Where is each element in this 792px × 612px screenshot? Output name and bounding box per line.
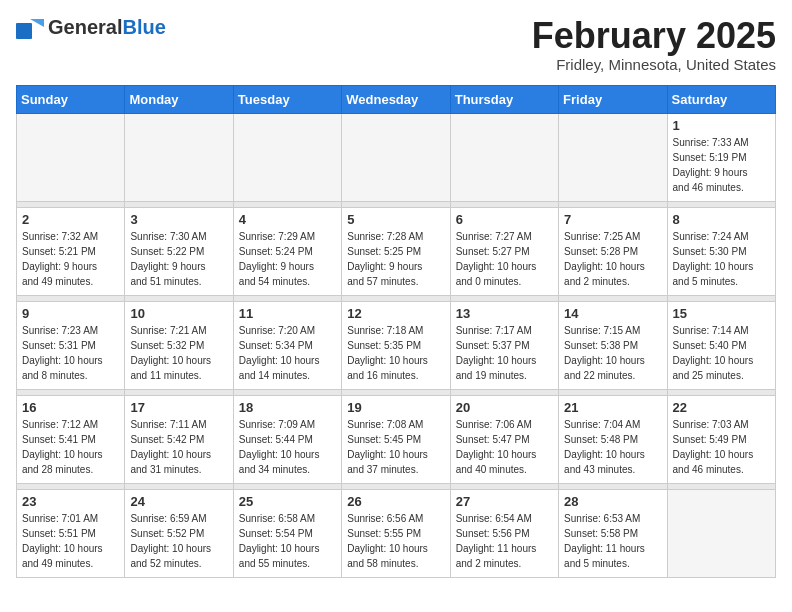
calendar-week-row: 2Sunrise: 7:32 AM Sunset: 5:21 PM Daylig… bbox=[17, 207, 776, 295]
calendar-day bbox=[342, 113, 450, 201]
day-info: Sunrise: 7:09 AM Sunset: 5:44 PM Dayligh… bbox=[239, 417, 336, 477]
calendar-header-row: Sunday Monday Tuesday Wednesday Thursday… bbox=[17, 85, 776, 113]
day-number: 1 bbox=[673, 118, 770, 133]
day-info: Sunrise: 7:12 AM Sunset: 5:41 PM Dayligh… bbox=[22, 417, 119, 477]
page-header: GeneralBlue February 2025 Fridley, Minne… bbox=[16, 16, 776, 73]
calendar-day: 15Sunrise: 7:14 AM Sunset: 5:40 PM Dayli… bbox=[667, 301, 775, 389]
calendar-day: 11Sunrise: 7:20 AM Sunset: 5:34 PM Dayli… bbox=[233, 301, 341, 389]
day-info: Sunrise: 7:25 AM Sunset: 5:28 PM Dayligh… bbox=[564, 229, 661, 289]
calendar-day bbox=[450, 113, 558, 201]
day-info: Sunrise: 7:20 AM Sunset: 5:34 PM Dayligh… bbox=[239, 323, 336, 383]
calendar-day: 21Sunrise: 7:04 AM Sunset: 5:48 PM Dayli… bbox=[559, 395, 667, 483]
day-info: Sunrise: 7:28 AM Sunset: 5:25 PM Dayligh… bbox=[347, 229, 444, 289]
calendar-day: 27Sunrise: 6:54 AM Sunset: 5:56 PM Dayli… bbox=[450, 489, 558, 577]
day-info: Sunrise: 7:32 AM Sunset: 5:21 PM Dayligh… bbox=[22, 229, 119, 289]
day-number: 2 bbox=[22, 212, 119, 227]
calendar-day bbox=[559, 113, 667, 201]
location: Fridley, Minnesota, United States bbox=[532, 56, 776, 73]
calendar-day: 17Sunrise: 7:11 AM Sunset: 5:42 PM Dayli… bbox=[125, 395, 233, 483]
day-number: 24 bbox=[130, 494, 227, 509]
day-number: 7 bbox=[564, 212, 661, 227]
calendar: Sunday Monday Tuesday Wednesday Thursday… bbox=[16, 85, 776, 578]
day-number: 3 bbox=[130, 212, 227, 227]
day-info: Sunrise: 7:04 AM Sunset: 5:48 PM Dayligh… bbox=[564, 417, 661, 477]
calendar-week-row: 16Sunrise: 7:12 AM Sunset: 5:41 PM Dayli… bbox=[17, 395, 776, 483]
day-info: Sunrise: 7:17 AM Sunset: 5:37 PM Dayligh… bbox=[456, 323, 553, 383]
calendar-day: 20Sunrise: 7:06 AM Sunset: 5:47 PM Dayli… bbox=[450, 395, 558, 483]
day-number: 20 bbox=[456, 400, 553, 415]
day-info: Sunrise: 6:54 AM Sunset: 5:56 PM Dayligh… bbox=[456, 511, 553, 571]
calendar-day: 12Sunrise: 7:18 AM Sunset: 5:35 PM Dayli… bbox=[342, 301, 450, 389]
day-number: 22 bbox=[673, 400, 770, 415]
day-info: Sunrise: 6:53 AM Sunset: 5:58 PM Dayligh… bbox=[564, 511, 661, 571]
calendar-week-row: 9Sunrise: 7:23 AM Sunset: 5:31 PM Daylig… bbox=[17, 301, 776, 389]
day-info: Sunrise: 7:14 AM Sunset: 5:40 PM Dayligh… bbox=[673, 323, 770, 383]
day-number: 13 bbox=[456, 306, 553, 321]
svg-marker-1 bbox=[30, 19, 44, 27]
day-number: 19 bbox=[347, 400, 444, 415]
col-saturday: Saturday bbox=[667, 85, 775, 113]
calendar-day: 1Sunrise: 7:33 AM Sunset: 5:19 PM Daylig… bbox=[667, 113, 775, 201]
logo-general: General bbox=[48, 16, 122, 38]
day-info: Sunrise: 7:03 AM Sunset: 5:49 PM Dayligh… bbox=[673, 417, 770, 477]
col-monday: Monday bbox=[125, 85, 233, 113]
logo-blue: Blue bbox=[122, 16, 165, 38]
calendar-day: 7Sunrise: 7:25 AM Sunset: 5:28 PM Daylig… bbox=[559, 207, 667, 295]
day-info: Sunrise: 7:18 AM Sunset: 5:35 PM Dayligh… bbox=[347, 323, 444, 383]
day-info: Sunrise: 7:11 AM Sunset: 5:42 PM Dayligh… bbox=[130, 417, 227, 477]
day-info: Sunrise: 7:27 AM Sunset: 5:27 PM Dayligh… bbox=[456, 229, 553, 289]
calendar-day bbox=[125, 113, 233, 201]
svg-rect-0 bbox=[16, 23, 32, 39]
day-number: 15 bbox=[673, 306, 770, 321]
calendar-day: 5Sunrise: 7:28 AM Sunset: 5:25 PM Daylig… bbox=[342, 207, 450, 295]
day-number: 6 bbox=[456, 212, 553, 227]
day-info: Sunrise: 7:08 AM Sunset: 5:45 PM Dayligh… bbox=[347, 417, 444, 477]
day-number: 18 bbox=[239, 400, 336, 415]
day-info: Sunrise: 7:06 AM Sunset: 5:47 PM Dayligh… bbox=[456, 417, 553, 477]
logo-icon bbox=[16, 17, 44, 39]
day-number: 8 bbox=[673, 212, 770, 227]
calendar-day: 6Sunrise: 7:27 AM Sunset: 5:27 PM Daylig… bbox=[450, 207, 558, 295]
calendar-week-row: 1Sunrise: 7:33 AM Sunset: 5:19 PM Daylig… bbox=[17, 113, 776, 201]
day-info: Sunrise: 7:01 AM Sunset: 5:51 PM Dayligh… bbox=[22, 511, 119, 571]
col-thursday: Thursday bbox=[450, 85, 558, 113]
calendar-day: 26Sunrise: 6:56 AM Sunset: 5:55 PM Dayli… bbox=[342, 489, 450, 577]
calendar-day: 13Sunrise: 7:17 AM Sunset: 5:37 PM Dayli… bbox=[450, 301, 558, 389]
day-number: 21 bbox=[564, 400, 661, 415]
calendar-day: 9Sunrise: 7:23 AM Sunset: 5:31 PM Daylig… bbox=[17, 301, 125, 389]
calendar-day: 23Sunrise: 7:01 AM Sunset: 5:51 PM Dayli… bbox=[17, 489, 125, 577]
day-number: 4 bbox=[239, 212, 336, 227]
col-sunday: Sunday bbox=[17, 85, 125, 113]
calendar-week-row: 23Sunrise: 7:01 AM Sunset: 5:51 PM Dayli… bbox=[17, 489, 776, 577]
day-info: Sunrise: 7:29 AM Sunset: 5:24 PM Dayligh… bbox=[239, 229, 336, 289]
calendar-day: 8Sunrise: 7:24 AM Sunset: 5:30 PM Daylig… bbox=[667, 207, 775, 295]
calendar-day: 10Sunrise: 7:21 AM Sunset: 5:32 PM Dayli… bbox=[125, 301, 233, 389]
col-tuesday: Tuesday bbox=[233, 85, 341, 113]
day-info: Sunrise: 7:23 AM Sunset: 5:31 PM Dayligh… bbox=[22, 323, 119, 383]
calendar-day: 14Sunrise: 7:15 AM Sunset: 5:38 PM Dayli… bbox=[559, 301, 667, 389]
calendar-day: 19Sunrise: 7:08 AM Sunset: 5:45 PM Dayli… bbox=[342, 395, 450, 483]
title-block: February 2025 Fridley, Minnesota, United… bbox=[532, 16, 776, 73]
day-number: 27 bbox=[456, 494, 553, 509]
calendar-day: 24Sunrise: 6:59 AM Sunset: 5:52 PM Dayli… bbox=[125, 489, 233, 577]
day-info: Sunrise: 7:21 AM Sunset: 5:32 PM Dayligh… bbox=[130, 323, 227, 383]
day-number: 9 bbox=[22, 306, 119, 321]
day-number: 23 bbox=[22, 494, 119, 509]
day-number: 28 bbox=[564, 494, 661, 509]
day-info: Sunrise: 6:56 AM Sunset: 5:55 PM Dayligh… bbox=[347, 511, 444, 571]
logo: GeneralBlue bbox=[16, 16, 166, 39]
calendar-day: 3Sunrise: 7:30 AM Sunset: 5:22 PM Daylig… bbox=[125, 207, 233, 295]
calendar-day: 18Sunrise: 7:09 AM Sunset: 5:44 PM Dayli… bbox=[233, 395, 341, 483]
day-number: 16 bbox=[22, 400, 119, 415]
calendar-day: 4Sunrise: 7:29 AM Sunset: 5:24 PM Daylig… bbox=[233, 207, 341, 295]
calendar-day: 28Sunrise: 6:53 AM Sunset: 5:58 PM Dayli… bbox=[559, 489, 667, 577]
day-number: 11 bbox=[239, 306, 336, 321]
day-number: 14 bbox=[564, 306, 661, 321]
calendar-day: 22Sunrise: 7:03 AM Sunset: 5:49 PM Dayli… bbox=[667, 395, 775, 483]
calendar-day: 16Sunrise: 7:12 AM Sunset: 5:41 PM Dayli… bbox=[17, 395, 125, 483]
day-number: 25 bbox=[239, 494, 336, 509]
day-info: Sunrise: 7:24 AM Sunset: 5:30 PM Dayligh… bbox=[673, 229, 770, 289]
day-info: Sunrise: 7:33 AM Sunset: 5:19 PM Dayligh… bbox=[673, 135, 770, 195]
day-number: 17 bbox=[130, 400, 227, 415]
calendar-day bbox=[233, 113, 341, 201]
